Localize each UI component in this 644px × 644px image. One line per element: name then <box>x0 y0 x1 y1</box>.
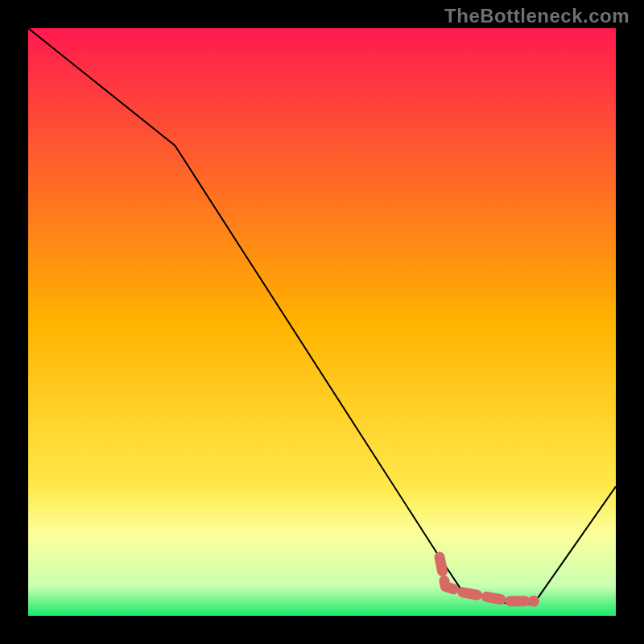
plot-area <box>28 28 616 616</box>
chart-frame: TheBottleneck.com <box>0 0 644 644</box>
watermark-text: TheBottleneck.com <box>444 5 630 27</box>
gradient-background <box>28 28 616 616</box>
highlight-end-dot <box>528 596 539 607</box>
chart-svg <box>28 28 616 616</box>
